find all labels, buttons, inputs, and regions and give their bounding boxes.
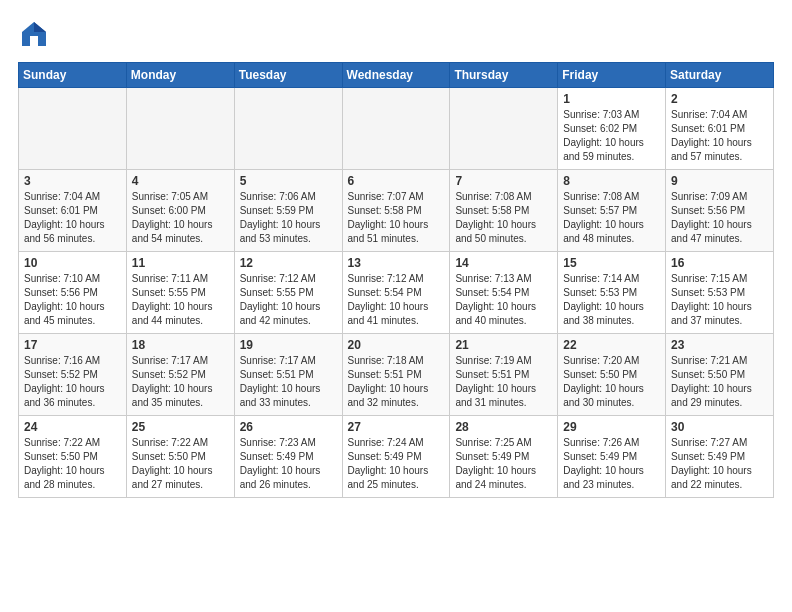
calendar-cell: 16Sunrise: 7:15 AM Sunset: 5:53 PM Dayli… [666, 252, 774, 334]
calendar-cell: 17Sunrise: 7:16 AM Sunset: 5:52 PM Dayli… [19, 334, 127, 416]
day-number: 15 [563, 256, 660, 270]
calendar-cell: 10Sunrise: 7:10 AM Sunset: 5:56 PM Dayli… [19, 252, 127, 334]
calendar-cell [450, 88, 558, 170]
day-number: 23 [671, 338, 768, 352]
calendar: SundayMondayTuesdayWednesdayThursdayFrid… [18, 62, 774, 498]
calendar-cell: 23Sunrise: 7:21 AM Sunset: 5:50 PM Dayli… [666, 334, 774, 416]
day-number: 7 [455, 174, 552, 188]
calendar-header-sunday: Sunday [19, 63, 127, 88]
day-info: Sunrise: 7:03 AM Sunset: 6:02 PM Dayligh… [563, 108, 660, 164]
calendar-header-monday: Monday [126, 63, 234, 88]
calendar-header-row: SundayMondayTuesdayWednesdayThursdayFrid… [19, 63, 774, 88]
calendar-week-4: 17Sunrise: 7:16 AM Sunset: 5:52 PM Dayli… [19, 334, 774, 416]
day-number: 6 [348, 174, 445, 188]
svg-rect-2 [30, 36, 38, 46]
day-info: Sunrise: 7:05 AM Sunset: 6:00 PM Dayligh… [132, 190, 229, 246]
day-info: Sunrise: 7:21 AM Sunset: 5:50 PM Dayligh… [671, 354, 768, 410]
day-number: 28 [455, 420, 552, 434]
day-number: 25 [132, 420, 229, 434]
calendar-week-2: 3Sunrise: 7:04 AM Sunset: 6:01 PM Daylig… [19, 170, 774, 252]
day-info: Sunrise: 7:27 AM Sunset: 5:49 PM Dayligh… [671, 436, 768, 492]
day-info: Sunrise: 7:24 AM Sunset: 5:49 PM Dayligh… [348, 436, 445, 492]
day-info: Sunrise: 7:11 AM Sunset: 5:55 PM Dayligh… [132, 272, 229, 328]
calendar-cell: 14Sunrise: 7:13 AM Sunset: 5:54 PM Dayli… [450, 252, 558, 334]
day-info: Sunrise: 7:15 AM Sunset: 5:53 PM Dayligh… [671, 272, 768, 328]
calendar-cell: 13Sunrise: 7:12 AM Sunset: 5:54 PM Dayli… [342, 252, 450, 334]
day-number: 10 [24, 256, 121, 270]
day-number: 14 [455, 256, 552, 270]
calendar-cell: 1Sunrise: 7:03 AM Sunset: 6:02 PM Daylig… [558, 88, 666, 170]
day-number: 2 [671, 92, 768, 106]
calendar-cell: 6Sunrise: 7:07 AM Sunset: 5:58 PM Daylig… [342, 170, 450, 252]
calendar-cell: 20Sunrise: 7:18 AM Sunset: 5:51 PM Dayli… [342, 334, 450, 416]
day-number: 12 [240, 256, 337, 270]
calendar-cell: 5Sunrise: 7:06 AM Sunset: 5:59 PM Daylig… [234, 170, 342, 252]
day-number: 21 [455, 338, 552, 352]
day-number: 13 [348, 256, 445, 270]
calendar-cell: 12Sunrise: 7:12 AM Sunset: 5:55 PM Dayli… [234, 252, 342, 334]
day-number: 3 [24, 174, 121, 188]
header [18, 18, 774, 50]
day-info: Sunrise: 7:08 AM Sunset: 5:57 PM Dayligh… [563, 190, 660, 246]
day-info: Sunrise: 7:22 AM Sunset: 5:50 PM Dayligh… [132, 436, 229, 492]
day-info: Sunrise: 7:14 AM Sunset: 5:53 PM Dayligh… [563, 272, 660, 328]
day-info: Sunrise: 7:13 AM Sunset: 5:54 PM Dayligh… [455, 272, 552, 328]
calendar-cell: 8Sunrise: 7:08 AM Sunset: 5:57 PM Daylig… [558, 170, 666, 252]
day-info: Sunrise: 7:04 AM Sunset: 6:01 PM Dayligh… [24, 190, 121, 246]
calendar-cell [342, 88, 450, 170]
logo [18, 18, 54, 50]
calendar-week-5: 24Sunrise: 7:22 AM Sunset: 5:50 PM Dayli… [19, 416, 774, 498]
day-info: Sunrise: 7:06 AM Sunset: 5:59 PM Dayligh… [240, 190, 337, 246]
calendar-header-thursday: Thursday [450, 63, 558, 88]
day-info: Sunrise: 7:20 AM Sunset: 5:50 PM Dayligh… [563, 354, 660, 410]
calendar-cell: 21Sunrise: 7:19 AM Sunset: 5:51 PM Dayli… [450, 334, 558, 416]
day-info: Sunrise: 7:26 AM Sunset: 5:49 PM Dayligh… [563, 436, 660, 492]
day-info: Sunrise: 7:25 AM Sunset: 5:49 PM Dayligh… [455, 436, 552, 492]
calendar-header-wednesday: Wednesday [342, 63, 450, 88]
day-number: 17 [24, 338, 121, 352]
calendar-cell: 30Sunrise: 7:27 AM Sunset: 5:49 PM Dayli… [666, 416, 774, 498]
day-info: Sunrise: 7:10 AM Sunset: 5:56 PM Dayligh… [24, 272, 121, 328]
day-info: Sunrise: 7:12 AM Sunset: 5:55 PM Dayligh… [240, 272, 337, 328]
day-info: Sunrise: 7:12 AM Sunset: 5:54 PM Dayligh… [348, 272, 445, 328]
calendar-cell [234, 88, 342, 170]
day-info: Sunrise: 7:18 AM Sunset: 5:51 PM Dayligh… [348, 354, 445, 410]
day-info: Sunrise: 7:23 AM Sunset: 5:49 PM Dayligh… [240, 436, 337, 492]
day-number: 16 [671, 256, 768, 270]
calendar-week-1: 1Sunrise: 7:03 AM Sunset: 6:02 PM Daylig… [19, 88, 774, 170]
calendar-cell: 28Sunrise: 7:25 AM Sunset: 5:49 PM Dayli… [450, 416, 558, 498]
day-number: 11 [132, 256, 229, 270]
day-info: Sunrise: 7:08 AM Sunset: 5:58 PM Dayligh… [455, 190, 552, 246]
calendar-cell [126, 88, 234, 170]
calendar-cell: 24Sunrise: 7:22 AM Sunset: 5:50 PM Dayli… [19, 416, 127, 498]
day-number: 8 [563, 174, 660, 188]
calendar-header-tuesday: Tuesday [234, 63, 342, 88]
day-number: 5 [240, 174, 337, 188]
day-number: 4 [132, 174, 229, 188]
page: SundayMondayTuesdayWednesdayThursdayFrid… [0, 0, 792, 508]
calendar-cell: 27Sunrise: 7:24 AM Sunset: 5:49 PM Dayli… [342, 416, 450, 498]
day-number: 27 [348, 420, 445, 434]
svg-marker-1 [34, 22, 46, 32]
calendar-cell: 15Sunrise: 7:14 AM Sunset: 5:53 PM Dayli… [558, 252, 666, 334]
calendar-cell: 26Sunrise: 7:23 AM Sunset: 5:49 PM Dayli… [234, 416, 342, 498]
day-info: Sunrise: 7:16 AM Sunset: 5:52 PM Dayligh… [24, 354, 121, 410]
calendar-cell: 25Sunrise: 7:22 AM Sunset: 5:50 PM Dayli… [126, 416, 234, 498]
day-number: 18 [132, 338, 229, 352]
day-number: 29 [563, 420, 660, 434]
day-number: 1 [563, 92, 660, 106]
calendar-cell: 4Sunrise: 7:05 AM Sunset: 6:00 PM Daylig… [126, 170, 234, 252]
day-number: 9 [671, 174, 768, 188]
day-info: Sunrise: 7:17 AM Sunset: 5:52 PM Dayligh… [132, 354, 229, 410]
calendar-header-saturday: Saturday [666, 63, 774, 88]
calendar-cell: 11Sunrise: 7:11 AM Sunset: 5:55 PM Dayli… [126, 252, 234, 334]
day-number: 22 [563, 338, 660, 352]
day-info: Sunrise: 7:07 AM Sunset: 5:58 PM Dayligh… [348, 190, 445, 246]
calendar-cell: 22Sunrise: 7:20 AM Sunset: 5:50 PM Dayli… [558, 334, 666, 416]
day-number: 20 [348, 338, 445, 352]
day-info: Sunrise: 7:19 AM Sunset: 5:51 PM Dayligh… [455, 354, 552, 410]
calendar-cell: 19Sunrise: 7:17 AM Sunset: 5:51 PM Dayli… [234, 334, 342, 416]
calendar-week-3: 10Sunrise: 7:10 AM Sunset: 5:56 PM Dayli… [19, 252, 774, 334]
calendar-cell: 2Sunrise: 7:04 AM Sunset: 6:01 PM Daylig… [666, 88, 774, 170]
day-info: Sunrise: 7:22 AM Sunset: 5:50 PM Dayligh… [24, 436, 121, 492]
